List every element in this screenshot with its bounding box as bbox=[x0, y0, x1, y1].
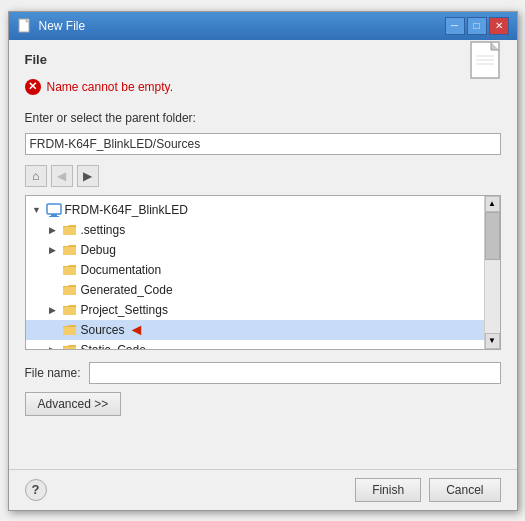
tree-item-documentation[interactable]: ▶ Documentation bbox=[26, 260, 484, 280]
sources-label: Sources bbox=[81, 323, 125, 337]
expand-settings-icon: ▶ bbox=[46, 223, 60, 237]
folder-static-icon bbox=[62, 343, 78, 350]
tree-item-sources[interactable]: ▶ Sources ◄ bbox=[26, 320, 484, 340]
svg-rect-12 bbox=[51, 214, 57, 216]
dialog-footer: ? Finish Cancel bbox=[9, 469, 517, 510]
folder-documentation-icon bbox=[62, 263, 78, 277]
debug-label: Debug bbox=[81, 243, 116, 257]
tree-item-project-settings[interactable]: ▶ Project_Settings bbox=[26, 300, 484, 320]
error-message: Name cannot be empty. bbox=[47, 80, 174, 94]
folder-debug-icon bbox=[62, 243, 78, 257]
new-file-title-icon bbox=[17, 18, 33, 34]
scroll-down-button[interactable]: ▼ bbox=[485, 333, 500, 349]
tree-item-debug[interactable]: ▶ Debug bbox=[26, 240, 484, 260]
close-button[interactable]: ✕ bbox=[489, 17, 509, 35]
tree-item-settings[interactable]: ▶ .settings bbox=[26, 220, 484, 240]
tree-item-static-code[interactable]: ▶ Static_Code bbox=[26, 340, 484, 350]
minimize-button[interactable]: ─ bbox=[445, 17, 465, 35]
root-label: FRDM-K64F_BlinkLED bbox=[65, 203, 188, 217]
error-row: ✕ Name cannot be empty. bbox=[25, 79, 501, 95]
maximize-button[interactable]: □ bbox=[467, 17, 487, 35]
expand-root-icon: ▼ bbox=[30, 203, 44, 217]
finish-button[interactable]: Finish bbox=[355, 478, 421, 502]
cancel-button[interactable]: Cancel bbox=[429, 478, 500, 502]
generated-code-label: Generated_Code bbox=[81, 283, 173, 297]
help-button[interactable]: ? bbox=[25, 479, 47, 501]
title-bar-buttons: ─ □ ✕ bbox=[445, 17, 509, 35]
file-name-label: File name: bbox=[25, 366, 81, 380]
title-bar: New File ─ □ ✕ bbox=[9, 12, 517, 40]
parent-folder-input[interactable] bbox=[25, 133, 501, 155]
tree-item-generated-code[interactable]: ▶ Generated_Code bbox=[26, 280, 484, 300]
folder-project-settings-icon bbox=[62, 303, 78, 317]
static-code-label: Static_Code bbox=[81, 343, 146, 350]
dialog-body: File ✕ Name cannot be empty. Enter or se… bbox=[9, 40, 517, 469]
documentation-label: Documentation bbox=[81, 263, 162, 277]
expand-debug-icon: ▶ bbox=[46, 243, 60, 257]
sources-arrow-indicator: ◄ bbox=[129, 321, 145, 339]
advanced-button[interactable]: Advanced >> bbox=[25, 392, 122, 416]
file-icon-decoration bbox=[469, 40, 509, 91]
home-button[interactable]: ⌂ bbox=[25, 165, 47, 187]
file-name-row: File name: bbox=[25, 362, 501, 384]
project-icon bbox=[46, 203, 62, 217]
new-file-dialog: New File ─ □ ✕ File ✕ Name canno bbox=[8, 11, 518, 511]
tree-content: ▼ FRDM-K64F_BlinkLED ▶ bbox=[26, 196, 484, 350]
tree-scrollbar[interactable]: ▲ ▼ bbox=[484, 196, 500, 349]
scroll-thumb-area bbox=[485, 212, 500, 333]
file-name-input[interactable] bbox=[89, 362, 501, 384]
back-button[interactable]: ◀ bbox=[51, 165, 73, 187]
dialog-title: New File bbox=[39, 19, 86, 33]
expand-project-settings-icon: ▶ bbox=[46, 303, 60, 317]
folder-sources-icon bbox=[62, 323, 78, 337]
project-settings-label: Project_Settings bbox=[81, 303, 168, 317]
folder-settings-icon bbox=[62, 223, 78, 237]
section-header: File bbox=[25, 52, 501, 67]
forward-button[interactable]: ▶ bbox=[77, 165, 99, 187]
title-bar-left: New File bbox=[17, 18, 86, 34]
tree-item-root[interactable]: ▼ FRDM-K64F_BlinkLED bbox=[26, 200, 484, 220]
scroll-thumb[interactable] bbox=[485, 212, 500, 260]
settings-label: .settings bbox=[81, 223, 126, 237]
svg-rect-13 bbox=[49, 216, 59, 217]
footer-buttons: Finish Cancel bbox=[355, 478, 500, 502]
bottom-section: File name: Advanced >> bbox=[25, 362, 501, 416]
parent-folder-label: Enter or select the parent folder: bbox=[25, 111, 501, 125]
folder-generated-icon bbox=[62, 283, 78, 297]
folder-tree: ▼ FRDM-K64F_BlinkLED ▶ bbox=[25, 195, 501, 350]
file-icon-svg bbox=[469, 40, 509, 88]
svg-rect-11 bbox=[47, 204, 61, 214]
error-icon: ✕ bbox=[25, 79, 41, 95]
scroll-up-button[interactable]: ▲ bbox=[485, 196, 500, 212]
nav-toolbar: ⌂ ◀ ▶ bbox=[25, 165, 501, 187]
expand-static-icon: ▶ bbox=[46, 343, 60, 350]
